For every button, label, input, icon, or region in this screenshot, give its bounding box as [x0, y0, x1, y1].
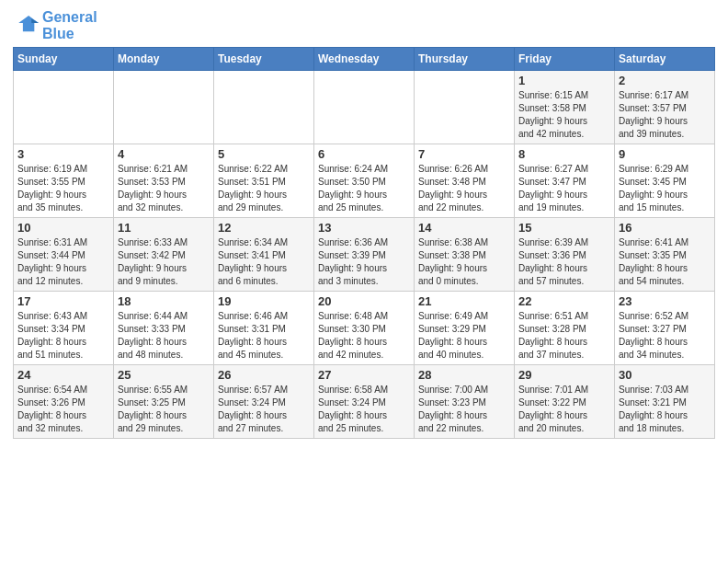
day-info: Sunrise: 6:26 AM Sunset: 3:48 PM Dayligh… [418, 163, 510, 214]
calendar-cell: 13Sunrise: 6:36 AM Sunset: 3:39 PM Dayli… [314, 218, 415, 292]
day-number: 16 [619, 221, 711, 235]
day-info: Sunrise: 6:39 AM Sunset: 3:36 PM Dayligh… [518, 236, 610, 288]
weekday-header-monday: Monday [114, 48, 214, 71]
day-info: Sunrise: 6:57 AM Sunset: 3:24 PM Dayligh… [218, 384, 310, 435]
day-number: 8 [518, 147, 610, 161]
day-number: 18 [118, 294, 210, 308]
day-info: Sunrise: 6:24 AM Sunset: 3:50 PM Dayligh… [318, 163, 410, 214]
calendar-cell: 27Sunrise: 6:58 AM Sunset: 3:24 PM Dayli… [314, 365, 415, 439]
weekday-header-saturday: Saturday [615, 48, 715, 71]
weekday-header-wednesday: Wednesday [314, 48, 415, 71]
day-info: Sunrise: 6:31 AM Sunset: 3:44 PM Dayligh… [17, 236, 109, 288]
day-info: Sunrise: 6:41 AM Sunset: 3:35 PM Dayligh… [619, 236, 711, 288]
day-number: 22 [518, 294, 610, 308]
day-info: Sunrise: 6:49 AM Sunset: 3:29 PM Dayligh… [418, 310, 510, 362]
day-info: Sunrise: 6:48 AM Sunset: 3:30 PM Dayligh… [318, 310, 410, 362]
calendar-cell: 23Sunrise: 6:52 AM Sunset: 3:27 PM Dayli… [615, 292, 715, 365]
day-info: Sunrise: 6:17 AM Sunset: 3:57 PM Dayligh… [619, 89, 711, 141]
day-info: Sunrise: 6:46 AM Sunset: 3:31 PM Dayligh… [218, 310, 310, 362]
calendar-cell: 11Sunrise: 6:33 AM Sunset: 3:42 PM Dayli… [114, 218, 214, 292]
calendar-week-row: 17Sunrise: 6:43 AM Sunset: 3:34 PM Dayli… [14, 292, 715, 365]
day-info: Sunrise: 7:03 AM Sunset: 3:21 PM Dayligh… [619, 384, 711, 435]
calendar-cell: 25Sunrise: 6:55 AM Sunset: 3:25 PM Dayli… [114, 365, 214, 439]
day-info: Sunrise: 7:00 AM Sunset: 3:23 PM Dayligh… [418, 384, 510, 435]
calendar-cell: 3Sunrise: 6:19 AM Sunset: 3:55 PM Daylig… [14, 144, 114, 218]
day-number: 4 [118, 147, 210, 161]
day-number: 13 [318, 221, 410, 235]
day-info: Sunrise: 6:51 AM Sunset: 3:28 PM Dayligh… [518, 310, 610, 362]
calendar-week-row: 24Sunrise: 6:54 AM Sunset: 3:26 PM Dayli… [14, 365, 715, 439]
day-info: Sunrise: 6:19 AM Sunset: 3:55 PM Dayligh… [17, 163, 109, 214]
calendar-cell [415, 71, 515, 144]
calendar-cell: 29Sunrise: 7:01 AM Sunset: 3:22 PM Dayli… [515, 365, 615, 439]
day-info: Sunrise: 6:44 AM Sunset: 3:33 PM Dayligh… [118, 310, 210, 362]
day-number: 28 [418, 368, 510, 382]
day-number: 25 [118, 368, 210, 382]
day-number: 14 [418, 221, 510, 235]
calendar-cell [14, 71, 114, 144]
day-info: Sunrise: 6:36 AM Sunset: 3:39 PM Dayligh… [318, 236, 410, 288]
day-number: 10 [17, 221, 109, 235]
calendar-cell: 5Sunrise: 6:22 AM Sunset: 3:51 PM Daylig… [214, 144, 314, 218]
day-number: 23 [619, 294, 711, 308]
day-number: 17 [17, 294, 109, 308]
day-info: Sunrise: 6:43 AM Sunset: 3:34 PM Dayligh… [17, 310, 109, 362]
day-info: Sunrise: 6:38 AM Sunset: 3:38 PM Dayligh… [418, 236, 510, 288]
logo-text: General Blue [42, 9, 97, 41]
calendar-cell: 20Sunrise: 6:48 AM Sunset: 3:30 PM Dayli… [314, 292, 415, 365]
calendar-cell: 14Sunrise: 6:38 AM Sunset: 3:38 PM Dayli… [415, 218, 515, 292]
day-info: Sunrise: 6:52 AM Sunset: 3:27 PM Dayligh… [619, 310, 711, 362]
calendar-cell: 12Sunrise: 6:34 AM Sunset: 3:41 PM Dayli… [214, 218, 314, 292]
calendar-cell: 19Sunrise: 6:46 AM Sunset: 3:31 PM Dayli… [214, 292, 314, 365]
calendar-cell: 17Sunrise: 6:43 AM Sunset: 3:34 PM Dayli… [14, 292, 114, 365]
calendar-cell: 6Sunrise: 6:24 AM Sunset: 3:50 PM Daylig… [314, 144, 415, 218]
calendar-week-row: 3Sunrise: 6:19 AM Sunset: 3:55 PM Daylig… [14, 144, 715, 218]
weekday-header-sunday: Sunday [14, 48, 114, 71]
calendar-cell: 24Sunrise: 6:54 AM Sunset: 3:26 PM Dayli… [14, 365, 114, 439]
logo-icon [13, 13, 39, 39]
calendar-week-row: 10Sunrise: 6:31 AM Sunset: 3:44 PM Dayli… [14, 218, 715, 292]
day-info: Sunrise: 6:55 AM Sunset: 3:25 PM Dayligh… [118, 384, 210, 435]
calendar-cell [314, 71, 415, 144]
day-number: 26 [218, 368, 310, 382]
day-number: 21 [418, 294, 510, 308]
calendar-cell: 9Sunrise: 6:29 AM Sunset: 3:45 PM Daylig… [615, 144, 715, 218]
weekday-header-tuesday: Tuesday [214, 48, 314, 71]
calendar-cell: 30Sunrise: 7:03 AM Sunset: 3:21 PM Dayli… [615, 365, 715, 439]
calendar-cell [214, 71, 314, 144]
day-info: Sunrise: 6:54 AM Sunset: 3:26 PM Dayligh… [17, 384, 109, 435]
calendar-cell: 10Sunrise: 6:31 AM Sunset: 3:44 PM Dayli… [14, 218, 114, 292]
day-number: 15 [518, 221, 610, 235]
weekday-header-thursday: Thursday [415, 48, 515, 71]
calendar-container: General Blue SundayMondayTuesdayWednesda… [0, 0, 728, 448]
day-number: 30 [619, 368, 711, 382]
day-number: 5 [218, 147, 310, 161]
calendar-cell: 7Sunrise: 6:26 AM Sunset: 3:48 PM Daylig… [415, 144, 515, 218]
day-number: 24 [17, 368, 109, 382]
day-number: 11 [118, 221, 210, 235]
calendar-cell: 4Sunrise: 6:21 AM Sunset: 3:53 PM Daylig… [114, 144, 214, 218]
day-number: 20 [318, 294, 410, 308]
day-info: Sunrise: 7:01 AM Sunset: 3:22 PM Dayligh… [518, 384, 610, 435]
calendar-cell: 1Sunrise: 6:15 AM Sunset: 3:58 PM Daylig… [515, 71, 615, 144]
day-number: 12 [218, 221, 310, 235]
day-number: 27 [318, 368, 410, 382]
day-info: Sunrise: 6:33 AM Sunset: 3:42 PM Dayligh… [118, 236, 210, 288]
day-number: 29 [518, 368, 610, 382]
day-info: Sunrise: 6:22 AM Sunset: 3:51 PM Dayligh… [218, 163, 310, 214]
day-info: Sunrise: 6:29 AM Sunset: 3:45 PM Dayligh… [619, 163, 711, 214]
calendar-cell: 8Sunrise: 6:27 AM Sunset: 3:47 PM Daylig… [515, 144, 615, 218]
calendar-cell: 21Sunrise: 6:49 AM Sunset: 3:29 PM Dayli… [415, 292, 515, 365]
calendar-cell: 28Sunrise: 7:00 AM Sunset: 3:23 PM Dayli… [415, 365, 515, 439]
day-number: 1 [518, 74, 610, 87]
day-info: Sunrise: 6:58 AM Sunset: 3:24 PM Dayligh… [318, 384, 410, 435]
weekday-header-row: SundayMondayTuesdayWednesdayThursdayFrid… [14, 48, 715, 71]
weekday-header-friday: Friday [515, 48, 615, 71]
day-info: Sunrise: 6:27 AM Sunset: 3:47 PM Dayligh… [518, 163, 610, 214]
logo: General Blue [13, 9, 97, 41]
header: General Blue [13, 9, 715, 41]
calendar-table: SundayMondayTuesdayWednesdayThursdayFrid… [13, 47, 715, 439]
calendar-cell: 16Sunrise: 6:41 AM Sunset: 3:35 PM Dayli… [615, 218, 715, 292]
day-number: 19 [218, 294, 310, 308]
day-info: Sunrise: 6:15 AM Sunset: 3:58 PM Dayligh… [518, 89, 610, 141]
